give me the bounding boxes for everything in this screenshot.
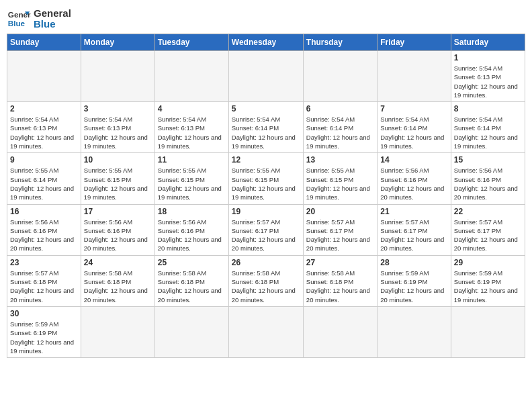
calendar-table: SundayMondayTuesdayWednesdayThursdayFrid… — [7, 34, 525, 358]
calendar-cell-w2d6: 15Sunrise: 5:56 AM Sunset: 6:16 PM Dayli… — [451, 153, 525, 204]
calendar-cell-w3d4: 20Sunrise: 5:57 AM Sunset: 6:17 PM Dayli… — [303, 204, 377, 255]
day-number: 18 — [158, 207, 226, 216]
calendar-cell-w1d2: 4Sunrise: 5:54 AM Sunset: 6:13 PM Daylig… — [154, 102, 228, 153]
day-info: Sunrise: 5:54 AM Sunset: 6:13 PM Dayligh… — [454, 64, 522, 99]
calendar-cell-w2d2: 11Sunrise: 5:55 AM Sunset: 6:15 PM Dayli… — [154, 153, 228, 204]
day-number: 11 — [158, 155, 226, 165]
calendar-cell-w5d4 — [303, 306, 377, 357]
calendar-cell-w0d1 — [81, 51, 154, 102]
weekday-header-wednesday: Wednesday — [228, 34, 303, 51]
day-info: Sunrise: 5:57 AM Sunset: 6:17 PM Dayligh… — [232, 218, 300, 253]
svg-text:Blue: Blue — [8, 19, 26, 28]
calendar-cell-w4d0: 23Sunrise: 5:57 AM Sunset: 6:18 PM Dayli… — [7, 255, 81, 306]
weekday-header-thursday: Thursday — [303, 34, 377, 51]
calendar-cell-w4d3: 26Sunrise: 5:58 AM Sunset: 6:18 PM Dayli… — [228, 255, 303, 306]
day-number: 9 — [10, 155, 78, 165]
day-info: Sunrise: 5:55 AM Sunset: 6:15 PM Dayligh… — [158, 166, 226, 201]
calendar-cell-w1d5: 7Sunrise: 5:54 AM Sunset: 6:14 PM Daylig… — [378, 102, 451, 153]
day-number: 16 — [10, 207, 78, 216]
weekday-header-row: SundayMondayTuesdayWednesdayThursdayFrid… — [7, 34, 525, 51]
calendar-cell-w5d0: 30Sunrise: 5:59 AM Sunset: 6:19 PM Dayli… — [7, 306, 81, 357]
weekday-header-friday: Friday — [378, 34, 451, 51]
day-info: Sunrise: 5:57 AM Sunset: 6:17 PM Dayligh… — [380, 218, 447, 253]
day-number: 3 — [84, 104, 152, 113]
calendar-cell-w5d6 — [451, 306, 525, 357]
calendar-cell-w0d6: 1Sunrise: 5:54 AM Sunset: 6:13 PM Daylig… — [451, 51, 525, 102]
day-number: 2 — [10, 104, 78, 113]
day-number: 17 — [84, 207, 152, 216]
day-info: Sunrise: 5:57 AM Sunset: 6:17 PM Dayligh… — [454, 218, 522, 253]
day-number: 15 — [454, 155, 522, 165]
calendar-cell-w1d0: 2Sunrise: 5:54 AM Sunset: 6:13 PM Daylig… — [7, 102, 81, 153]
day-info: Sunrise: 5:55 AM Sunset: 6:15 PM Dayligh… — [232, 166, 300, 201]
day-info: Sunrise: 5:54 AM Sunset: 6:13 PM Dayligh… — [10, 115, 78, 150]
weekday-header-sunday: Sunday — [7, 34, 81, 51]
day-info: Sunrise: 5:55 AM Sunset: 6:14 PM Dayligh… — [10, 166, 78, 201]
day-number: 8 — [454, 104, 522, 113]
day-info: Sunrise: 5:54 AM Sunset: 6:14 PM Dayligh… — [380, 115, 447, 150]
day-number: 12 — [232, 155, 300, 165]
calendar-cell-w1d6: 8Sunrise: 5:54 AM Sunset: 6:14 PM Daylig… — [451, 102, 525, 153]
day-info: Sunrise: 5:54 AM Sunset: 6:14 PM Dayligh… — [232, 115, 300, 150]
day-info: Sunrise: 5:59 AM Sunset: 6:19 PM Dayligh… — [380, 269, 447, 304]
calendar-cell-w4d5: 28Sunrise: 5:59 AM Sunset: 6:19 PM Dayli… — [378, 255, 451, 306]
weekday-header-saturday: Saturday — [451, 34, 525, 51]
day-number: 14 — [380, 155, 447, 165]
calendar-cell-w4d6: 29Sunrise: 5:59 AM Sunset: 6:19 PM Dayli… — [451, 255, 525, 306]
weekday-header-tuesday: Tuesday — [154, 34, 228, 51]
logo-line2: Blue — [34, 19, 71, 30]
day-number: 29 — [454, 258, 522, 267]
day-info: Sunrise: 5:54 AM Sunset: 6:13 PM Dayligh… — [84, 115, 152, 150]
day-info: Sunrise: 5:56 AM Sunset: 6:16 PM Dayligh… — [454, 166, 522, 201]
calendar-cell-w4d2: 25Sunrise: 5:58 AM Sunset: 6:18 PM Dayli… — [154, 255, 228, 306]
day-info: Sunrise: 5:54 AM Sunset: 6:14 PM Dayligh… — [306, 115, 374, 150]
week-row-2: 9Sunrise: 5:55 AM Sunset: 6:14 PM Daylig… — [7, 153, 525, 204]
day-number: 21 — [380, 207, 447, 216]
day-number: 28 — [380, 258, 447, 267]
week-row-0: 1Sunrise: 5:54 AM Sunset: 6:13 PM Daylig… — [7, 51, 525, 102]
calendar-cell-w3d6: 22Sunrise: 5:57 AM Sunset: 6:17 PM Dayli… — [451, 204, 525, 255]
day-number: 26 — [232, 258, 300, 267]
calendar-cell-w3d3: 19Sunrise: 5:57 AM Sunset: 6:17 PM Dayli… — [228, 204, 303, 255]
calendar-cell-w2d5: 14Sunrise: 5:56 AM Sunset: 6:16 PM Dayli… — [378, 153, 451, 204]
day-number: 20 — [306, 207, 374, 216]
day-info: Sunrise: 5:54 AM Sunset: 6:14 PM Dayligh… — [454, 115, 522, 150]
calendar-cell-w2d0: 9Sunrise: 5:55 AM Sunset: 6:14 PM Daylig… — [7, 153, 81, 204]
day-info: Sunrise: 5:59 AM Sunset: 6:19 PM Dayligh… — [10, 320, 78, 355]
day-number: 13 — [306, 155, 374, 165]
week-row-5: 30Sunrise: 5:59 AM Sunset: 6:19 PM Dayli… — [7, 306, 525, 357]
calendar-cell-w2d1: 10Sunrise: 5:55 AM Sunset: 6:15 PM Dayli… — [81, 153, 154, 204]
calendar-cell-w2d3: 12Sunrise: 5:55 AM Sunset: 6:15 PM Dayli… — [228, 153, 303, 204]
day-info: Sunrise: 5:58 AM Sunset: 6:18 PM Dayligh… — [306, 269, 374, 304]
week-row-3: 16Sunrise: 5:56 AM Sunset: 6:16 PM Dayli… — [7, 204, 525, 255]
day-info: Sunrise: 5:54 AM Sunset: 6:13 PM Dayligh… — [158, 115, 226, 150]
day-number: 25 — [158, 258, 226, 267]
day-number: 10 — [84, 155, 152, 165]
calendar-cell-w2d4: 13Sunrise: 5:55 AM Sunset: 6:15 PM Dayli… — [303, 153, 377, 204]
logo-icon: General Blue — [7, 7, 31, 31]
day-info: Sunrise: 5:56 AM Sunset: 6:16 PM Dayligh… — [158, 218, 226, 253]
day-number: 1 — [454, 53, 522, 62]
calendar-cell-w3d5: 21Sunrise: 5:57 AM Sunset: 6:17 PM Dayli… — [378, 204, 451, 255]
calendar-cell-w4d1: 24Sunrise: 5:58 AM Sunset: 6:18 PM Dayli… — [81, 255, 154, 306]
day-info: Sunrise: 5:57 AM Sunset: 6:18 PM Dayligh… — [10, 269, 78, 304]
calendar-cell-w5d3 — [228, 306, 303, 357]
calendar-cell-w0d4 — [303, 51, 377, 102]
calendar-cell-w3d2: 18Sunrise: 5:56 AM Sunset: 6:16 PM Dayli… — [154, 204, 228, 255]
day-info: Sunrise: 5:58 AM Sunset: 6:18 PM Dayligh… — [158, 269, 226, 304]
calendar-cell-w3d0: 16Sunrise: 5:56 AM Sunset: 6:16 PM Dayli… — [7, 204, 81, 255]
day-info: Sunrise: 5:58 AM Sunset: 6:18 PM Dayligh… — [232, 269, 300, 304]
day-info: Sunrise: 5:56 AM Sunset: 6:16 PM Dayligh… — [84, 218, 152, 253]
week-row-1: 2Sunrise: 5:54 AM Sunset: 6:13 PM Daylig… — [7, 102, 525, 153]
calendar-cell-w1d4: 6Sunrise: 5:54 AM Sunset: 6:14 PM Daylig… — [303, 102, 377, 153]
calendar-cell-w0d2 — [154, 51, 228, 102]
day-number: 24 — [84, 258, 152, 267]
calendar-cell-w0d5 — [378, 51, 451, 102]
day-info: Sunrise: 5:58 AM Sunset: 6:18 PM Dayligh… — [84, 269, 152, 304]
day-number: 22 — [454, 207, 522, 216]
day-number: 30 — [10, 309, 78, 318]
day-number: 19 — [232, 207, 300, 216]
calendar-cell-w1d1: 3Sunrise: 5:54 AM Sunset: 6:13 PM Daylig… — [81, 102, 154, 153]
calendar-cell-w5d1 — [81, 306, 154, 357]
day-info: Sunrise: 5:55 AM Sunset: 6:15 PM Dayligh… — [306, 166, 374, 201]
